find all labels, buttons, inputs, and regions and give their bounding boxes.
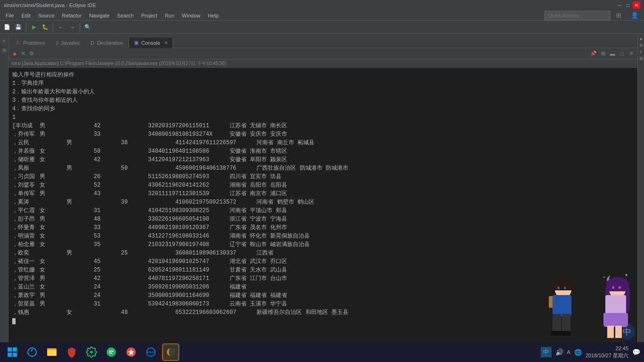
console-toolbar-pin[interactable]: 📌: [589, 49, 598, 58]
menu-help[interactable]: Help: [204, 12, 223, 19]
console-line: ，云民 男 38 411424197611226597 河南省 南丘市 柘城县: [12, 139, 634, 147]
menu-window[interactable]: Window: [178, 12, 204, 19]
console-line: ，习贞国 男 26 511526198805274593 四川省 宜宾市 珙县: [12, 173, 634, 181]
tab-bar: ⚠ Problems J Javadoc D Declaration ▣ Con…: [8, 35, 637, 48]
menu-edit[interactable]: Edit: [18, 12, 34, 19]
toolbar-sep-3: [80, 23, 80, 32]
console-line: 2．输出年龄最大和年龄最小的人: [12, 88, 634, 96]
right-btn-4[interactable]: ⊞: [638, 56, 644, 61]
javadoc-tab-icon: J: [55, 40, 58, 46]
tab-problems[interactable]: ⚠ Problems: [10, 37, 50, 48]
taskbar-edge[interactable]: [24, 344, 41, 361]
taskbar-messaging[interactable]: [103, 344, 120, 361]
console-toolbar-minimize[interactable]: ▬: [608, 49, 617, 58]
console-toolbar-btn3[interactable]: ⚙: [27, 49, 36, 58]
tab-declaration[interactable]: D Declaration: [85, 37, 129, 48]
ime-indicator[interactable]: 中: [541, 347, 552, 357]
svg-rect-6: [47, 350, 57, 356]
console-toolbar-layout[interactable]: ⊞: [599, 49, 607, 58]
tab-console[interactable]: ▣ Console ✕: [129, 37, 173, 48]
console-line: ，平仁霞 女 31 410425198309308225 河南省 平顶山市 郏县: [12, 206, 634, 215]
run-button[interactable]: ▶: [29, 22, 39, 33]
network-icon[interactable]: 🔊: [555, 348, 563, 356]
taskbar-browser[interactable]: [142, 344, 159, 361]
console-line: 1: [12, 113, 634, 122]
tab-toolbar: ■ ✕ ⚙ 📌 ⊞ ▬ □ ✕: [8, 48, 637, 59]
svg-rect-0: [8, 347, 12, 352]
console-line: ，单传军 男 43 320111197112301539 江苏省 南京市 浦口区: [12, 189, 634, 198]
notification-icon[interactable]: 💬: [632, 348, 640, 356]
menu-refactor[interactable]: Refactor: [58, 12, 86, 19]
console-line: ，凤振 男 50 450600196406138776 广西壮族自治区 防城港市…: [12, 164, 634, 173]
console-line: ，蓝山兰 女 24 350926199005031206 福建省: [12, 283, 634, 291]
right-btn-3[interactable]: ≡: [638, 49, 644, 55]
console-toolbar-clear[interactable]: ✕: [19, 49, 27, 58]
taskbar-explorer[interactable]: [43, 344, 60, 361]
console-line: 4．查找你的同乡: [12, 105, 634, 113]
console-line: ，萧政宇 男 24 350000199001164690 福建省 福建省 福建省: [12, 291, 634, 300]
back-button[interactable]: ←: [56, 22, 66, 33]
main-toolbar: 📄 💾 ▶ 🐛 ← → 🔍: [0, 21, 644, 34]
console-line: ，褚佳一 女 45 420104196901025747 湖北省 武汉市 乔口区: [12, 257, 634, 266]
taskbar: 中 🔊 A 🌐 22:45 2018/10/27 星期六 💬: [0, 342, 644, 362]
console-line: ，欧奕 男 25 360801198906130337 江西省: [12, 249, 634, 257]
save-button[interactable]: 💾: [13, 22, 24, 33]
menu-run[interactable]: Run: [161, 12, 178, 19]
maximize-button[interactable]: □: [624, 1, 632, 9]
ime-icon[interactable]: A: [567, 349, 570, 355]
title-bar: xinxi/src/xinxi/Student.java - Eclipse I…: [0, 0, 644, 10]
forward-button[interactable]: →: [67, 22, 77, 33]
debug-button[interactable]: 🐛: [40, 22, 50, 33]
console-tab-icon: ▣: [134, 40, 139, 46]
console-line: 3．查找与你年龄相近的人: [12, 96, 634, 105]
console-line: ，钱惠 女 48 653222196603062607 新疆维吾尔自治区 和田地…: [12, 308, 634, 317]
sidebar-btn-1[interactable]: ≡: [0, 37, 8, 44]
menu-file[interactable]: File: [2, 12, 18, 19]
toolbar-icon-2: 👤: [627, 11, 642, 20]
console-line: ，乔传军 男 33 340800198108193274X 安徽省 安庆市 安庆…: [12, 130, 634, 139]
console-path-text: xinxi [Java Application] C:\Program File…: [11, 60, 226, 67]
clock-time: 22:45: [586, 345, 628, 352]
console-line: ，刘鐾苓 女 52 430621196204141262 湖南省 岳阳市 岳阳县: [12, 181, 634, 189]
menu-source[interactable]: Source: [34, 12, 58, 19]
network-status[interactable]: 🌐: [574, 349, 582, 356]
taskbar-clock[interactable]: 22:45 2018/10/27 星期六: [586, 345, 628, 360]
console-toolbar-maximize[interactable]: □: [618, 49, 626, 58]
sidebar-btn-2[interactable]: ⊞: [0, 46, 8, 54]
tab-javadoc[interactable]: J Javadoc: [50, 37, 85, 48]
new-button[interactable]: 📄: [2, 22, 12, 33]
console-line: ，贺星嘉 男 31 530424198306060173 云南省 玉溪市 华宁县: [12, 300, 634, 308]
quick-access-input[interactable]: [545, 11, 611, 20]
console-cursor: [12, 318, 16, 324]
menu-project[interactable]: Project: [137, 12, 161, 19]
taskbar-eclipse[interactable]: [162, 344, 179, 361]
svg-rect-3: [13, 353, 17, 357]
right-btn-2[interactable]: ⊕: [638, 42, 644, 48]
console-line: ，彭子昂 男 48 330226196605054190 浙江省 宁波市 宁海县: [12, 215, 634, 223]
console-line: ，管营泽 男 42 440781197206258171 广东省 江门市 台山市: [12, 274, 634, 283]
problems-tab-icon: ⚠: [16, 40, 20, 46]
taskbar-security[interactable]: [63, 344, 80, 361]
tab-console-label: Console: [141, 40, 160, 46]
window-controls[interactable]: ─ □ ✕: [616, 1, 640, 9]
console-toolbar-stop[interactable]: ■: [10, 49, 19, 58]
taskbar-store[interactable]: [123, 344, 140, 361]
toolbar-sep-1: [26, 23, 26, 32]
taskbar-settings[interactable]: [83, 344, 100, 361]
right-btn-1[interactable]: ▲: [638, 36, 644, 41]
svg-point-8: [90, 351, 93, 354]
menu-search[interactable]: Search: [114, 12, 138, 19]
close-button[interactable]: ✕: [633, 1, 640, 9]
declaration-tab-icon: D: [91, 40, 94, 46]
console-path: xinxi [Java Application] C:\Program File…: [8, 59, 637, 68]
window-title: xinxi/src/xinxi/Student.java - Eclipse I…: [4, 2, 96, 8]
menu-navigate[interactable]: Navigate: [85, 12, 113, 19]
console-tab-close[interactable]: ✕: [164, 40, 168, 45]
console-line: [丰功成 男 42 320203197206115011 江苏省 无锡市 南长区: [12, 122, 634, 130]
clock-date: 2018/10/27 星期六: [586, 352, 628, 359]
console-toolbar-close[interactable]: ✕: [627, 49, 636, 58]
search-button[interactable]: 🔍: [83, 22, 93, 33]
minimize-button[interactable]: ─: [616, 1, 623, 9]
console-line: 输入序号进行相应的操作: [12, 71, 634, 79]
taskbar-start[interactable]: [4, 344, 21, 361]
